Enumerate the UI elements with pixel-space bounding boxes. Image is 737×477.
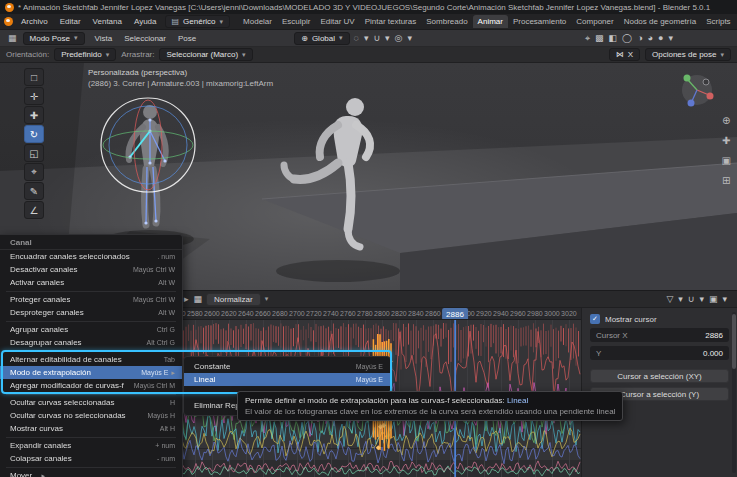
chevron-down-icon: ▾ [220,18,224,26]
mirror-x-toggle[interactable]: ⋈ X [609,48,640,61]
overlays-icon[interactable]: ▩ [595,33,604,43]
scrollbar[interactable] [732,312,736,473]
measure-tool-button[interactable]: ∠ [24,201,44,219]
select-box-tool-button[interactable]: □ [24,68,44,86]
menu-item-agregar-modificador-de-curvas-f[interactable]: Agregar modificador de curvas-fMayús Ctr… [0,379,182,392]
menu-item-agrupar-canales[interactable]: Agrupar canalesCtrl G [0,323,182,336]
menu-item-desproteger-canales[interactable]: Desproteger canalesAlt W [0,306,182,319]
zoom-icon[interactable]: ⊕ [722,115,730,126]
cursor-to-selection-xy-button[interactable]: Cursor a selección (XY) [590,369,729,383]
normalize-button[interactable]: Normalizar [206,293,261,306]
grid-icon[interactable]: ▦ [194,294,203,304]
move-tool-button[interactable]: ✚ [24,106,44,124]
editor-type-icon[interactable]: ▦ [6,33,19,43]
workspace-tab-nodos-de-geometr-a[interactable]: Nodos de geometría [619,15,702,28]
workspace-tab-animar[interactable]: Animar [473,15,508,28]
workspace-tab-pintar-texturas[interactable]: Pintar texturas [360,15,422,28]
scale-tool-button[interactable]: ◱ [24,144,44,162]
chevron-down-icon: ▾ [74,34,78,42]
viewport-menu-seleccionar[interactable]: Seleccionar [118,33,172,44]
xray-icon[interactable]: ◧ [609,33,618,43]
menu-ventana[interactable]: Ventana [87,16,128,27]
menu-item-desagrupar-canales[interactable]: Desagrupar canalesAlt Ctrl G [0,336,182,349]
camera-view-icon[interactable]: ▣ [722,155,731,166]
shading-rendered-icon[interactable]: ● [658,33,663,43]
ruler-tick: 2640 [238,310,254,317]
menu-item-expandir-canales[interactable]: Expandir canales+ num [0,439,182,452]
play-icon[interactable]: ▸ [184,294,189,304]
cursor-x-field[interactable]: Cursor X 2886 [590,328,729,342]
chevron-down-icon[interactable]: ▾ [699,294,704,304]
pan-hand-icon[interactable]: ✚ [722,135,730,146]
menu-separator [0,289,182,293]
menu-editar[interactable]: Editar [54,16,87,27]
rotate-tool-button[interactable]: ↻ [24,125,44,143]
chevron-down-icon[interactable]: ▾ [678,294,683,304]
cursor-tool-button[interactable]: ✛ [24,87,44,105]
show-cursor-label: Mostrar cursor [605,315,657,324]
menu-archivo[interactable]: Archivo [15,16,54,27]
shading-wireframe-icon[interactable]: ◯ [622,33,632,43]
proportional-editing-icon[interactable]: ◎ [395,33,403,43]
snap-magnet-icon[interactable]: ∪ [373,33,380,43]
grid-view-icon[interactable]: ⊞ [722,175,730,186]
channel-menu: Canal Encuadrar canales seleccionados. n… [0,234,183,477]
scrollbar-thumb[interactable] [732,314,736,369]
ruler-tick: 2580 [187,310,203,317]
workspace-tab-procesamiento[interactable]: Procesamiento [508,15,571,28]
screen-icon: ▤ [172,17,180,26]
show-cursor-row[interactable]: ✓ Mostrar cursor [590,314,729,324]
chevron-down-icon[interactable]: ▾ [265,295,269,303]
blender-menu-icon[interactable] [4,17,13,26]
menu-item-mostrar-curvas[interactable]: Mostrar curvasAlt H [0,422,182,435]
menu-item-lineal[interactable]: LinealMayús E [184,373,390,386]
tooltip: Permite definir el modo de extrapolación… [237,391,623,421]
workspace-tab-modelar[interactable]: Modelar [238,15,277,28]
menu-item-mover[interactable]: Mover...▸ [0,469,182,477]
shading-solid-icon[interactable]: ◑ [637,33,642,43]
menu-item-desactivar-canales[interactable]: Desactivar canalesMayús Ctrl W [0,263,182,276]
transform-orientation-selector[interactable]: ⊕ Global ▾ [294,32,349,45]
menu-item-colapsar-canales[interactable]: Colapsar canales- num [0,452,182,465]
orientation-dropdown[interactable]: Predefinido ▾ [54,48,116,61]
viewport-menu-vista[interactable]: Vista [89,33,119,44]
workspace-tab-componer[interactable]: Componer [571,15,618,28]
current-frame-badge[interactable]: 2886 [442,308,468,320]
copy-icon[interactable]: ▣ [709,294,718,304]
show-gizmos-icon[interactable]: ⌖ [585,33,590,44]
workspace-tab-sombreado[interactable]: Sombreado [421,15,472,28]
menu-item-activar-canales[interactable]: Activar canalesAlt W [0,276,182,289]
menu-item-ocultar-curvas-no-seleccionadas[interactable]: Ocultar curvas no seleccionadasMayús H [0,409,182,422]
scene-selector[interactable]: ▤ Genérico ▾ [165,15,231,28]
filter-funnel-icon[interactable]: ▽ [666,294,673,304]
workspace-tab-editar-uv[interactable]: Editar UV [315,15,359,28]
annotate-tool-button[interactable]: ✎ [24,182,44,200]
menu-ayuda[interactable]: Ayuda [128,16,163,27]
chevron-down-icon[interactable]: ▾ [407,33,412,43]
menu-item-ocultar-curvas-seleccionadas[interactable]: Ocultar curvas seleccionadasH [0,396,182,409]
chevron-down-icon[interactable]: ▾ [668,33,673,43]
workspace-tab-esculpir[interactable]: Esculpir [277,15,315,28]
window-title: * Animación Sketchfab Jennifer Lopez Van… [18,3,710,12]
shading-material-icon[interactable]: ◕ [648,33,653,43]
drag-dropdown[interactable]: Seleccionar (Marco) ▾ [159,48,252,61]
workspace-tab-scripts[interactable]: Scripts [701,15,733,28]
chevron-down-icon[interactable]: ▾ [364,33,369,43]
chevron-down-icon[interactable]: ▾ [722,294,727,304]
pivot-point-icon[interactable]: ◌ [354,33,359,43]
menu-item-modo-de-extrapolaci-n[interactable]: Modo de extrapolaciónMayús E▸ [0,366,182,379]
chevron-down-icon[interactable]: ▾ [385,33,390,43]
viewport-menu-pose[interactable]: Pose [172,33,202,44]
checkbox-checked-icon[interactable]: ✓ [590,314,600,324]
cursor-y-field[interactable]: Y 0.000 [590,346,729,360]
menu-item-proteger-canales[interactable]: Proteger canalesMayús Ctrl W [0,293,182,306]
menu-item-constante[interactable]: ConstanteMayús E [184,360,390,373]
snap-magnet-icon[interactable]: ∪ [688,294,695,304]
transform-tool-button[interactable]: ⌖ [24,163,44,181]
ruler-tick: 2740 [323,310,339,317]
pose-options-dropdown[interactable]: Opciones de pose ▾ [645,48,731,61]
menu-item-encuadrar-canales-seleccionados[interactable]: Encuadrar canales seleccionados. num [0,250,182,263]
mode-selector[interactable]: Modo Pose ▾ [23,32,85,45]
menu-item-shortcut: Mayús Ctrl W [125,296,175,303]
menu-item-alternar-editabilidad-de-canales[interactable]: Alternar editabilidad de canalesTab [0,353,182,366]
